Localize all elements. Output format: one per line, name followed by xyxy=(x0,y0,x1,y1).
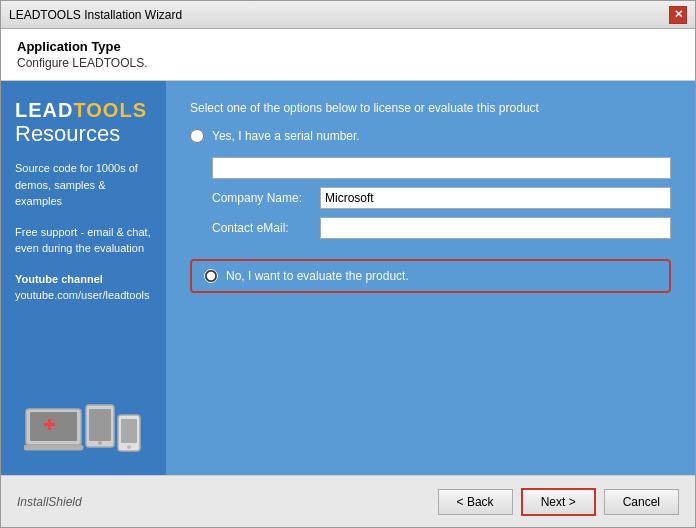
serial-radio[interactable] xyxy=(190,129,204,143)
brand-lead: LEAD xyxy=(15,99,73,121)
contact-email-input[interactable] xyxy=(320,217,671,239)
devices-area xyxy=(15,397,152,457)
header-title: Application Type xyxy=(17,39,679,54)
svg-point-5 xyxy=(98,441,102,445)
svg-rect-2 xyxy=(24,445,83,450)
title-bar-text: LEADTOOLS Installation Wizard xyxy=(9,8,182,22)
cancel-button[interactable]: Cancel xyxy=(604,489,679,515)
company-name-input[interactable] xyxy=(320,187,671,209)
sidebar-text3: Youtube channel youtube.com/user/leadtoo… xyxy=(15,271,152,304)
sidebar: LEADTOOLS Resources Source code for 1000… xyxy=(1,81,166,475)
header-subtitle: Configure LEADTOOLS. xyxy=(17,56,679,70)
installshield-label: InstallShield xyxy=(17,495,82,509)
evaluate-radio-label[interactable]: No, I want to evaluate the product. xyxy=(226,269,409,283)
brand-tools: TOOLS xyxy=(73,99,147,121)
brand-area: LEADTOOLS Resources xyxy=(15,99,152,146)
evaluate-radio[interactable] xyxy=(204,269,218,283)
sidebar-text2: Free support - email & chat, even during… xyxy=(15,224,152,257)
back-button[interactable]: < Back xyxy=(438,489,513,515)
wizard-header: Application Type Configure LEADTOOLS. xyxy=(1,29,695,81)
company-name-row: Company Name: xyxy=(212,187,671,209)
company-name-label: Company Name: xyxy=(212,191,312,205)
svg-rect-1 xyxy=(30,412,77,441)
close-button[interactable]: ✕ xyxy=(669,6,687,24)
next-button[interactable]: Next > xyxy=(521,488,596,516)
serial-number-option[interactable]: Yes, I have a serial number. xyxy=(190,129,671,143)
sidebar-youtube-label: Youtube channel xyxy=(15,273,103,285)
svg-rect-7 xyxy=(121,419,137,443)
serial-input[interactable] xyxy=(212,157,671,179)
wizard-footer: InstallShield < Back Next > Cancel xyxy=(1,475,695,527)
footer-buttons: < Back Next > Cancel xyxy=(438,488,679,516)
instruction-text: Select one of the options below to licen… xyxy=(190,101,671,115)
wizard-window: LEADTOOLS Installation Wizard ✕ Applicat… xyxy=(0,0,696,528)
sidebar-text1: Source code for 1000s of demos, samples … xyxy=(15,160,152,210)
brand-resources: Resources xyxy=(15,122,152,146)
devices-icon xyxy=(24,397,144,457)
serial-input-section: Company Name: Contact eMail: xyxy=(212,157,671,239)
main-content: Select one of the options below to licen… xyxy=(166,81,695,475)
svg-rect-10 xyxy=(44,423,55,426)
svg-rect-4 xyxy=(89,409,111,441)
sidebar-youtube-url: youtube.com/user/leadtools xyxy=(15,289,150,301)
wizard-body: LEADTOOLS Resources Source code for 1000… xyxy=(1,81,695,475)
title-bar: LEADTOOLS Installation Wizard ✕ xyxy=(1,1,695,29)
serial-radio-label[interactable]: Yes, I have a serial number. xyxy=(212,129,360,143)
evaluate-option-box[interactable]: No, I want to evaluate the product. xyxy=(190,259,671,293)
contact-email-label: Contact eMail: xyxy=(212,221,312,235)
svg-point-8 xyxy=(127,445,131,449)
contact-email-row: Contact eMail: xyxy=(212,217,671,239)
